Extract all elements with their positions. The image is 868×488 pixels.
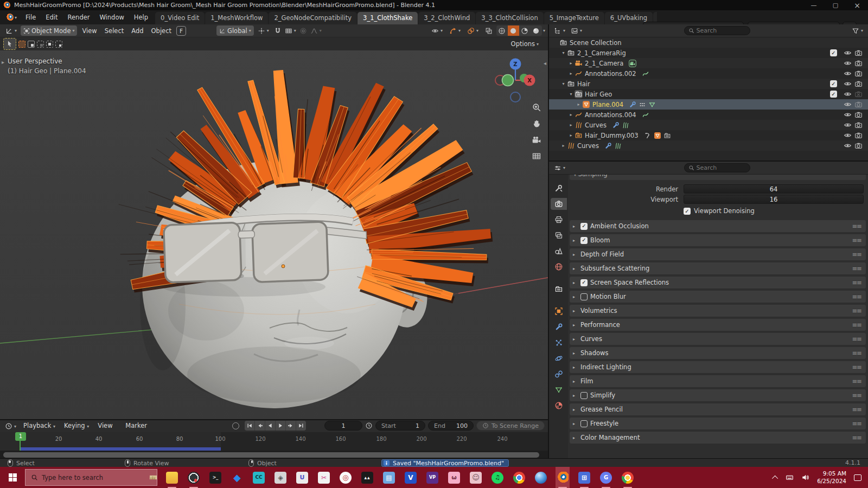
- disclosure-arrow[interactable]: ▸: [567, 123, 575, 127]
- timeline-menu-item[interactable]: View ▾: [93, 422, 121, 429]
- panel-drag-handle-icon[interactable]: ≡≡: [852, 321, 861, 329]
- taskbar-app[interactable]: ◈: [273, 467, 288, 488]
- outliner-search[interactable]: [684, 26, 750, 35]
- properties-tab[interactable]: [551, 368, 567, 380]
- properties-editor-type-button[interactable]: ▾: [552, 163, 567, 173]
- menu-item[interactable]: Render: [63, 14, 95, 21]
- workspace-tab[interactable]: 1_MeshWorkflow: [205, 12, 268, 24]
- taskbar-app[interactable]: [187, 467, 201, 488]
- panel-drag-handle-icon[interactable]: ≡≡: [852, 236, 861, 244]
- hide-in-viewport-eye-icon[interactable]: [844, 142, 852, 150]
- end-frame-field[interactable]: End100: [428, 421, 474, 431]
- axis-negz-ball[interactable]: [510, 92, 520, 102]
- workspace-tab[interactable]: 5_ImageTexture: [544, 12, 604, 24]
- select-mode-extend-icon[interactable]: [28, 41, 35, 48]
- select-mode-intersect-icon[interactable]: [55, 41, 62, 48]
- expand-arrow[interactable]: ▸: [573, 393, 580, 398]
- outliner-row[interactable]: Scene Collection ✓: [549, 37, 868, 48]
- taskbar-app[interactable]: ☺: [469, 467, 483, 488]
- expand-arrow[interactable]: ▸: [573, 238, 580, 243]
- properties-panel-header[interactable]: ▸ ✓ Freestyle ≡≡: [570, 418, 866, 429]
- properties-panel-header[interactable]: ▸ ✓ Ambient Occlusion ≡≡: [570, 220, 866, 232]
- sampling-value-field[interactable]: 64: [684, 184, 864, 194]
- taskbar-app[interactable]: G: [599, 467, 613, 488]
- outliner-row[interactable]: ▸ 2_1_Camera ✓: [549, 58, 868, 68]
- jump-to-start-button[interactable]: [245, 421, 254, 431]
- expand-arrow[interactable]: ▸: [573, 252, 580, 257]
- properties-panel-header[interactable]: ▸ ✓ Screen Space Reflections ≡≡: [570, 277, 866, 288]
- filter-button[interactable]: ▾: [850, 25, 865, 36]
- tray-chevron-up-icon[interactable]: [772, 475, 778, 481]
- expand-arrow[interactable]: ▸: [573, 323, 580, 328]
- taskbar-app[interactable]: ♫: [490, 467, 505, 488]
- options-dropdown[interactable]: Options▾: [508, 39, 541, 49]
- viewport-canvas[interactable]: User Perspective (1) Hair Geo | Plane.00…: [0, 50, 548, 419]
- taskbar-app[interactable]: [512, 467, 526, 488]
- expand-arrow[interactable]: ▸: [573, 351, 580, 356]
- select-mode-new-icon[interactable]: [18, 41, 25, 48]
- panel-checkbox[interactable]: ✓: [580, 237, 588, 244]
- disable-in-render-camera-icon[interactable]: [854, 59, 863, 67]
- properties-tab[interactable]: [551, 337, 567, 349]
- properties-tab[interactable]: [551, 245, 567, 257]
- mirror-fake-user-button[interactable]: F: [176, 26, 186, 36]
- jump-to-end-button[interactable]: [296, 421, 306, 431]
- disable-in-render-camera-icon[interactable]: [854, 142, 863, 150]
- close-button[interactable]: ×: [846, 0, 868, 10]
- panel-drag-handle-icon[interactable]: ≡≡: [852, 434, 861, 441]
- sampling-panel-header-clipped[interactable]: ▾ Sampling: [570, 175, 866, 180]
- proportional-editing-toggle[interactable]: [298, 25, 308, 36]
- panel-drag-handle-icon[interactable]: ≡≡: [852, 307, 861, 314]
- viewport-menu-item[interactable]: View: [78, 27, 100, 35]
- properties-panel-header[interactable]: ▸ ✓ Subsurface Scattering ≡≡: [570, 262, 866, 274]
- taskbar-app[interactable]: [534, 467, 548, 488]
- disable-in-render-camera-icon[interactable]: [854, 131, 863, 139]
- properties-panel-header[interactable]: ▸ ✓ Motion Blur ≡≡: [570, 291, 866, 303]
- disable-in-render-camera-icon[interactable]: [854, 100, 863, 108]
- navigation-gizmo[interactable]: Z X: [490, 54, 540, 104]
- panel-drag-handle-icon[interactable]: ≡≡: [852, 363, 861, 371]
- play-button[interactable]: [276, 421, 285, 431]
- properties-search[interactable]: [684, 163, 750, 172]
- expand-arrow[interactable]: ▸: [573, 309, 580, 313]
- outliner-search-input[interactable]: [697, 27, 743, 34]
- disclosure-arrow[interactable]: ▾: [560, 81, 567, 86]
- shading-dropdown[interactable]: ▾: [543, 28, 545, 33]
- snap-target-selector[interactable]: ▾: [284, 25, 297, 36]
- taskbar-app[interactable]: V: [404, 467, 418, 488]
- selectability-checkbox[interactable]: ✓: [830, 49, 837, 56]
- properties-panel-header[interactable]: ▸ ✓ Color Management ≡≡: [570, 432, 866, 444]
- rendered-shading-button[interactable]: [531, 25, 542, 36]
- xray-toggle[interactable]: [482, 25, 495, 36]
- hide-in-viewport-eye-icon[interactable]: [844, 80, 852, 88]
- menu-item[interactable]: Edit: [41, 14, 62, 21]
- solid-shading-button[interactable]: [508, 25, 519, 36]
- properties-tab[interactable]: [551, 182, 567, 194]
- speaker-icon[interactable]: [801, 473, 809, 481]
- timeline-menu-item[interactable]: Keying ▾: [60, 422, 93, 429]
- disable-in-render-camera-icon[interactable]: [854, 111, 863, 119]
- next-keyframe-button[interactable]: [286, 421, 296, 431]
- hide-in-viewport-eye-icon[interactable]: [844, 131, 852, 139]
- workspace-tab[interactable]: 0_Video Edit: [155, 12, 205, 24]
- toolbar-expand-arrow[interactable]: ▸: [2, 59, 4, 65]
- hide-in-viewport-eye-icon[interactable]: [844, 59, 852, 67]
- disclosure-arrow[interactable]: ▾: [560, 50, 567, 55]
- expand-arrow[interactable]: ▸: [573, 337, 580, 342]
- expand-arrow[interactable]: ▸: [573, 435, 580, 440]
- properties-tab[interactable]: [551, 283, 567, 295]
- taskbar-app[interactable]: ◎: [339, 467, 353, 488]
- properties-panel-header[interactable]: ▸ ✓ Grease Pencil ≡≡: [570, 403, 866, 415]
- properties-panel-header[interactable]: ▸ ✓ Volumetrics ≡≡: [570, 305, 866, 317]
- disable-in-render-camera-icon[interactable]: [854, 49, 863, 57]
- sidebar-expand-arrow[interactable]: ◂: [544, 60, 546, 66]
- properties-tab[interactable]: [551, 305, 567, 317]
- taskbar-app[interactable]: U: [295, 467, 309, 488]
- hide-in-viewport-eye-icon[interactable]: [844, 100, 852, 108]
- menu-item[interactable]: Help: [129, 14, 153, 21]
- taskbar-app[interactable]: CC: [252, 467, 266, 488]
- start-button[interactable]: [0, 467, 25, 488]
- outliner-row[interactable]: ▸ Curves ✓: [549, 120, 868, 130]
- properties-panel-header[interactable]: ▸ ✓ Curves ≡≡: [570, 333, 866, 345]
- properties-tab[interactable]: [551, 198, 567, 210]
